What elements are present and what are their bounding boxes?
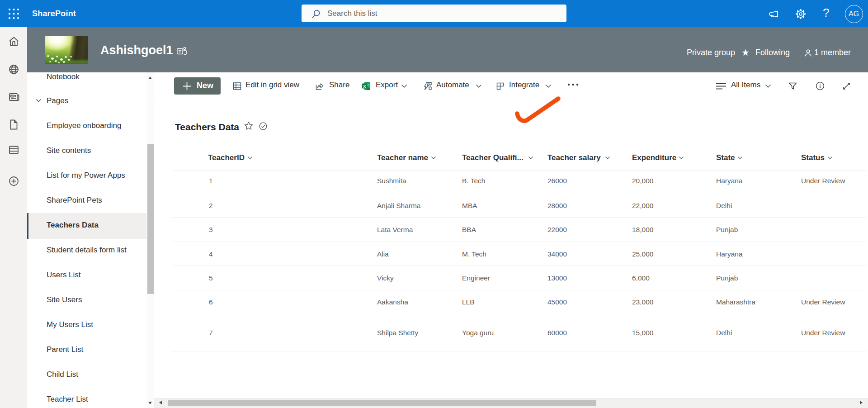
svg-text:X: X [363, 84, 366, 89]
